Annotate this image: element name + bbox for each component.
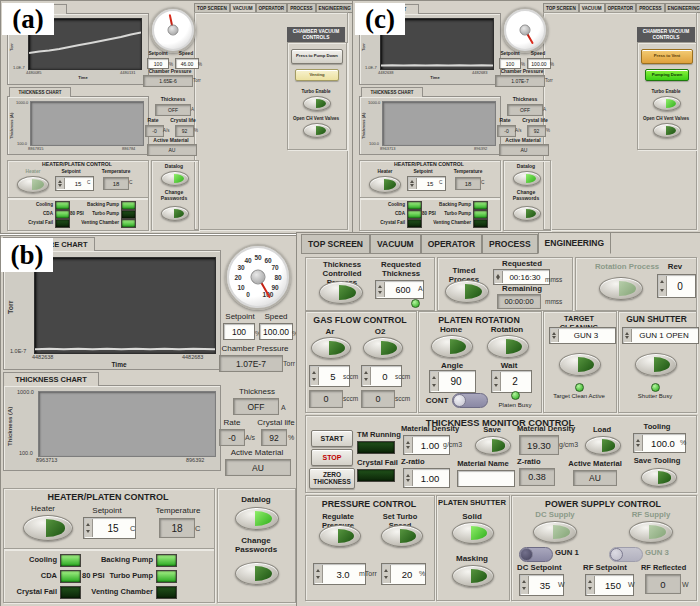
datalog-button[interactable]	[235, 507, 279, 530]
temperature-label: Temperature	[97, 169, 135, 175]
rf-supply-button[interactable]	[629, 521, 673, 543]
setpoint-value[interactable]: 100	[147, 58, 169, 69]
material-name-input[interactable]	[457, 470, 515, 487]
thickness-ytick-top: 1000.0	[368, 100, 380, 105]
tab-top-screen[interactable]: TOP SCREEN	[301, 234, 370, 254]
thickness-chart-tab[interactable]: THICKNESS CHART	[3, 372, 99, 386]
heater-platen-title: HEATER/PLATEN CONTROL	[369, 162, 489, 168]
rate-label: Rate	[219, 418, 245, 427]
pressure-setpoint-unit: mTorr	[359, 570, 377, 577]
o2-button[interactable]	[363, 337, 403, 359]
tmc-active-material-value: AU	[573, 470, 617, 486]
change-passwords-button[interactable]	[161, 206, 189, 221]
zratio-set-label: Z-ratio	[401, 458, 441, 467]
datalog-button[interactable]	[513, 171, 541, 186]
heater-button[interactable]	[369, 176, 401, 193]
requested-thickness-input[interactable]: 600	[375, 280, 424, 299]
rotation-process-label: Rotation Process	[587, 263, 667, 272]
target-gun-select[interactable]: GUN 3	[549, 327, 616, 344]
active-material-label: Active Material	[147, 138, 195, 144]
save-button[interactable]	[475, 436, 511, 455]
tab-process[interactable]: PROCESS	[482, 234, 538, 254]
solid-label: Solid	[452, 512, 492, 521]
rf-reflected-value: 0	[645, 574, 681, 594]
pressure-ytick-1e7: 1.0E-7	[365, 65, 377, 70]
masking-label: Masking	[448, 554, 496, 563]
cont-toggle[interactable]	[452, 393, 488, 408]
timed-process-button[interactable]	[445, 280, 489, 303]
heater-button[interactable]	[23, 515, 73, 541]
setpoint-unit: %	[521, 62, 525, 67]
rotation-button[interactable]	[487, 335, 529, 358]
turbo-enable-label: Turbo Enable	[639, 89, 693, 94]
heater-button[interactable]	[17, 176, 49, 193]
chamber-pressure-label: Chamber Pressure	[495, 69, 549, 75]
masking-button[interactable]	[452, 565, 494, 587]
thickness-chart-tab[interactable]: THICKNESS CHART	[361, 87, 423, 97]
pump-vent-button[interactable]: Press to Pump Down	[291, 49, 343, 64]
tm-start-button[interactable]: START	[311, 430, 353, 447]
regulate-pressure-button[interactable]	[319, 525, 361, 547]
setpoint-value[interactable]: 100	[499, 58, 521, 69]
shutter-gun-select[interactable]: GUN 1 OPEN	[622, 327, 699, 344]
solid-button[interactable]	[452, 522, 494, 544]
pressure-x-axis-label: Time	[99, 361, 139, 368]
tab-vacuum[interactable]: VACUUM	[370, 234, 421, 254]
zratio-input[interactable]: 1.00	[403, 468, 450, 488]
requested-time-input[interactable]: 00:16:30	[493, 269, 550, 285]
angle-input[interactable]: 90	[429, 370, 476, 393]
wait-input[interactable]: 2	[491, 370, 532, 393]
thickness-value: OFF	[507, 104, 543, 116]
tm-crystal-fail-led	[357, 469, 395, 482]
tm-stop-button[interactable]: STOP	[311, 449, 353, 466]
ar-button[interactable]	[311, 337, 351, 359]
vent-status-indicator: Venting	[295, 69, 339, 81]
change-passwords-button[interactable]	[513, 206, 541, 221]
speed-value: 100.00	[527, 58, 551, 69]
gun1-toggle[interactable]	[519, 547, 553, 562]
save-tooling-button[interactable]	[641, 468, 677, 487]
rf-setpoint-input[interactable]: 150	[585, 574, 634, 596]
tab-engineering[interactable]: ENGINEERING	[538, 232, 612, 254]
speed-label: Speed	[525, 51, 551, 57]
backing-pump-led	[156, 554, 177, 567]
target-clean-button[interactable]	[559, 353, 601, 376]
set-turbo-speed-button[interactable]	[381, 525, 423, 547]
tab-operator[interactable]: OPERATOR	[421, 234, 482, 254]
crystal-life-label: Crystal life	[519, 118, 551, 124]
change-passwords-button[interactable]	[235, 562, 279, 585]
requested-time-unit: mmss	[545, 276, 562, 283]
turbo-pump-led	[473, 210, 488, 219]
thickness-label: Thickness	[505, 97, 545, 103]
pump-vent-button[interactable]: Press to Vent	[641, 49, 693, 64]
thickness-chart-tab[interactable]: THICKNESS CHART	[9, 87, 71, 97]
load-button[interactable]	[585, 436, 621, 455]
heater-setpoint-label: Setpoint	[55, 169, 87, 175]
dc-supply-button[interactable]	[533, 521, 577, 543]
turbo-enable-button[interactable]	[303, 96, 331, 111]
thickness-plot	[382, 101, 496, 146]
tooling-input[interactable]: 100.0	[633, 433, 686, 453]
thickness-controlled-process-button[interactable]	[319, 281, 363, 304]
figure-label-a: (a)	[2, 3, 54, 35]
cda-led	[55, 210, 70, 219]
open-vent-valves-button[interactable]	[303, 123, 331, 138]
pressure-xtick-right: 4482683	[182, 354, 203, 360]
thickness-y-axis-label: Thickness (A)	[361, 111, 366, 141]
gun1-label: GUN 1	[555, 549, 587, 558]
gun-shutter-button[interactable]	[635, 353, 677, 376]
pressure-xtick-right: 4480131	[120, 70, 136, 75]
chamber-pressure-unit: Torr	[545, 78, 553, 83]
rev-input[interactable]: 0	[657, 274, 696, 298]
open-vent-valves-button[interactable]	[653, 123, 681, 138]
zero-thickness-button[interactable]: ZERO THICKNESS	[309, 468, 355, 489]
gun3-toggle[interactable]	[609, 547, 643, 562]
turbo-enable-button[interactable]	[653, 96, 681, 111]
heater-setpoint-input[interactable]: 15	[83, 517, 136, 539]
cda-label: CDA	[9, 211, 53, 216]
home-button[interactable]	[431, 335, 473, 358]
heater-label: Heater	[371, 169, 399, 175]
setpoint-value[interactable]: 100	[223, 323, 255, 340]
datalog-button[interactable]	[161, 171, 189, 186]
rotation-process-button[interactable]	[599, 277, 643, 300]
